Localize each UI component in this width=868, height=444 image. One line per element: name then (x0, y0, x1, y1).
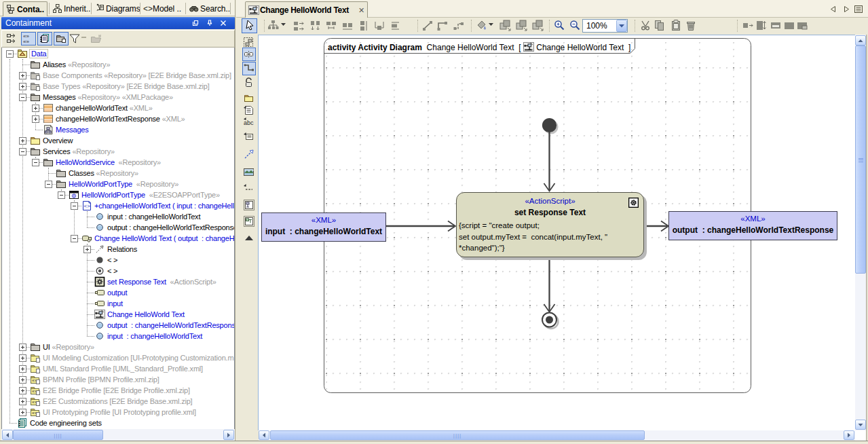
svg-text:«»: «» (23, 39, 29, 45)
svg-text:<>: <> (143, 4, 153, 14)
svg-text:<>: <> (84, 203, 91, 209)
svg-text:abc: abc (244, 119, 254, 126)
